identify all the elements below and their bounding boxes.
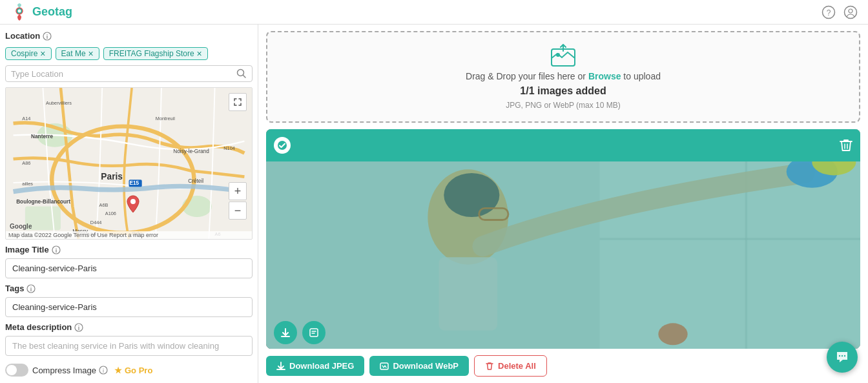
check-icon bbox=[274, 137, 291, 154]
map-zoom-out[interactable]: − bbox=[229, 202, 247, 220]
logo-text: Geotag bbox=[32, 5, 72, 19]
image-hint: JPG, PNG or WebP (max 10 MB) bbox=[506, 101, 621, 110]
go-pro-button[interactable]: ★ Go Pro bbox=[114, 366, 152, 375]
drop-text: Drag & Drop your files here or Browse to… bbox=[466, 71, 661, 81]
svg-text:Boulogne-Billancourt: Boulogne-Billancourt bbox=[16, 199, 70, 205]
svg-line-9 bbox=[243, 76, 246, 78]
svg-point-1 bbox=[18, 9, 21, 12]
svg-text:Montreuil: Montreuil bbox=[156, 116, 176, 121]
tags-input[interactable] bbox=[5, 297, 253, 317]
svg-text:Aubervilliers: Aubervilliers bbox=[46, 100, 72, 106]
svg-text:E15: E15 bbox=[129, 180, 139, 186]
image-card-header bbox=[266, 129, 860, 161]
svg-rect-63 bbox=[310, 329, 318, 336]
map-attribution: Map data ©2022 Google Terms of Use Repor… bbox=[6, 231, 252, 239]
meta-desc-input[interactable] bbox=[5, 336, 253, 356]
svg-text:A86: A86 bbox=[22, 160, 30, 166]
trash-icon[interactable] bbox=[840, 138, 852, 152]
tags-info-icon: i bbox=[26, 284, 36, 293]
download-jpeg-button[interactable]: Download JPEG bbox=[266, 356, 364, 376]
header-right: ? bbox=[822, 5, 858, 19]
image-title-info-icon: i bbox=[52, 245, 61, 254]
tags-group: Tags i bbox=[5, 284, 253, 317]
chat-bubble-button[interactable] bbox=[827, 342, 858, 373]
drop-zone[interactable]: Drag & Drop your files here or Browse to… bbox=[266, 31, 860, 123]
user-icon[interactable] bbox=[843, 5, 858, 19]
svg-point-4 bbox=[845, 6, 857, 18]
map-bg: A14 A86 N104 N12 N118 A6B A106 D444 A6 N… bbox=[6, 88, 252, 239]
map-pin bbox=[125, 194, 141, 210]
svg-text:A106: A106 bbox=[105, 211, 116, 216]
svg-text:i: i bbox=[103, 367, 104, 374]
svg-text:A6B: A6B bbox=[99, 202, 108, 208]
logo-icon bbox=[10, 3, 28, 21]
svg-text:Nanterre: Nanterre bbox=[31, 134, 53, 140]
tag-eat-me-close[interactable]: × bbox=[88, 49, 94, 58]
meta-desc-label: Meta description i bbox=[5, 322, 253, 332]
meta-desc-group: Meta description i bbox=[5, 322, 253, 356]
image-title-input[interactable] bbox=[5, 258, 253, 278]
logo: Geotag bbox=[10, 3, 72, 21]
svg-point-65 bbox=[839, 355, 840, 357]
svg-point-48 bbox=[278, 141, 287, 150]
svg-text:Créteil: Créteil bbox=[188, 178, 203, 184]
bottom-row: Compress Image i ★ Go Pro bbox=[5, 364, 253, 377]
image-title-label: Image Title i bbox=[5, 245, 253, 254]
compress-label: Compress Image i bbox=[32, 366, 108, 375]
map-zoom-in[interactable]: + bbox=[229, 182, 247, 200]
image-title-group: Image Title i bbox=[5, 245, 253, 278]
svg-rect-62 bbox=[266, 129, 860, 349]
tag-cospire-close[interactable]: × bbox=[40, 49, 45, 58]
image-preview bbox=[266, 129, 860, 349]
compress-toggle-wrap[interactable]: Compress Image i bbox=[5, 364, 108, 377]
location-search-row[interactable] bbox=[5, 65, 253, 82]
search-icon bbox=[236, 68, 247, 79]
tag-freitag[interactable]: FREITAG Flagship Store × bbox=[103, 47, 208, 60]
delete-all-button[interactable]: Delete All bbox=[474, 355, 547, 377]
tag-freitag-close[interactable]: × bbox=[197, 49, 202, 58]
location-search-input[interactable] bbox=[11, 69, 232, 79]
tag-eat-me[interactable]: Eat Me × bbox=[56, 47, 99, 60]
svg-text:Paris: Paris bbox=[101, 172, 123, 181]
header: Geotag ? bbox=[0, 0, 868, 25]
download-button[interactable] bbox=[274, 321, 297, 344]
toggle-knob bbox=[6, 365, 17, 375]
map-svg: A14 A86 N104 N12 N118 A6B A106 D444 A6 N… bbox=[6, 88, 252, 239]
help-icon[interactable]: ? bbox=[822, 5, 836, 19]
image-card bbox=[266, 129, 860, 349]
browse-link[interactable]: Browse bbox=[588, 71, 621, 81]
google-logo: Google bbox=[10, 223, 32, 230]
image-count: 1/1 images added bbox=[520, 85, 606, 97]
svg-text:N104: N104 bbox=[223, 145, 235, 151]
svg-point-66 bbox=[842, 355, 843, 357]
svg-point-37 bbox=[130, 199, 136, 204]
svg-text:i: i bbox=[46, 33, 48, 39]
svg-text:i: i bbox=[78, 324, 80, 331]
svg-text:i: i bbox=[30, 285, 32, 292]
tag-cospire[interactable]: Cospire × bbox=[5, 47, 52, 60]
svg-point-67 bbox=[844, 355, 845, 357]
location-label: Location i bbox=[5, 31, 253, 41]
download-webp-button[interactable]: Download WebP bbox=[369, 356, 469, 376]
svg-point-47 bbox=[556, 53, 560, 57]
meta-desc-info-icon: i bbox=[74, 323, 83, 332]
map-controls: + − bbox=[229, 182, 247, 220]
info-button[interactable] bbox=[302, 321, 326, 344]
svg-text:Noisy-le-Grand: Noisy-le-Grand bbox=[173, 149, 209, 154]
location-tags-row: Cospire × Eat Me × FREITAG Flagship Stor… bbox=[5, 47, 253, 60]
compress-info-icon: i bbox=[99, 366, 108, 375]
compress-toggle[interactable] bbox=[5, 364, 28, 377]
map-container[interactable]: A14 A86 N104 N12 N118 A6B A106 D444 A6 N… bbox=[5, 87, 253, 240]
svg-text:A14: A14 bbox=[22, 116, 30, 121]
right-panel: Drag & Drop your files here or Browse to… bbox=[258, 25, 868, 383]
svg-text:D444: D444 bbox=[90, 220, 102, 225]
upload-image-icon bbox=[550, 44, 576, 67]
bottom-bar: Download JPEG Download WebP Delete All bbox=[266, 355, 860, 377]
svg-text:i: i bbox=[55, 247, 57, 253]
left-panel: Location i Cospire × Eat Me × FREITAG Fl… bbox=[0, 25, 258, 383]
location-info-icon: i bbox=[43, 32, 52, 41]
svg-text:ailles: ailles bbox=[22, 181, 33, 187]
image-card-footer bbox=[266, 316, 860, 349]
svg-point-5 bbox=[849, 9, 852, 13]
map-expand-button[interactable] bbox=[229, 93, 247, 111]
